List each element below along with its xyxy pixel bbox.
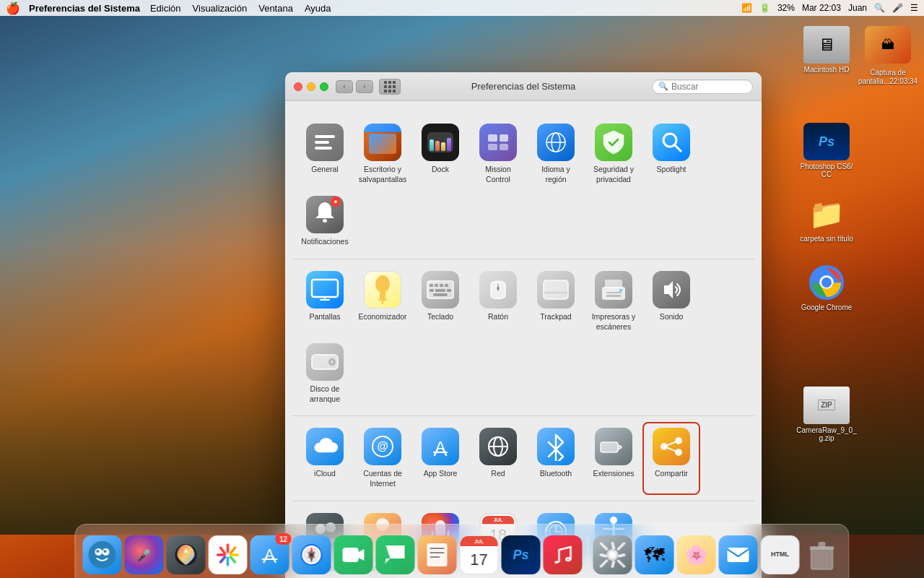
pref-dock[interactable]: Dock: [411, 118, 469, 190]
svg-point-4: [821, 277, 832, 288]
menu-edicion[interactable]: Edición: [150, 3, 181, 14]
dock-music[interactable]: [544, 535, 583, 574]
dock-finder[interactable]: [83, 535, 122, 574]
svg-rect-39: [606, 292, 621, 293]
dock-html[interactable]: HTML: [761, 535, 800, 574]
pref-bluetooth[interactable]: Bluetooth: [527, 422, 585, 494]
dock-launchpad[interactable]: [167, 535, 206, 574]
dock-safari[interactable]: [292, 535, 331, 574]
dock-photos2[interactable]: 🌸: [677, 535, 716, 574]
pref-red-label: Red: [491, 469, 505, 479]
menu-ayuda[interactable]: Ayuda: [305, 3, 331, 14]
desktop-icon-photoshop[interactable]: Ps Photoshop CS6/CC: [798, 123, 855, 178]
pref-appstore[interactable]: A App Store: [411, 422, 469, 494]
dock-calendar[interactable]: JUL 17: [460, 535, 499, 574]
pref-appstore-label: App Store: [424, 469, 458, 479]
pref-compartir[interactable]: Compartir: [642, 422, 700, 494]
pref-sonido-label: Sonido: [660, 312, 684, 322]
pref-impresoras-label: Impresoras y escáneres: [588, 312, 639, 332]
pref-icloud[interactable]: iCloud: [296, 422, 354, 494]
menubar: 🍎 Preferencias del Sistema Edición Visua…: [0, 0, 924, 16]
dock-siri[interactable]: 🎤: [125, 535, 164, 574]
pref-trackpad[interactable]: Trackpad: [527, 265, 585, 337]
pref-trackpad-label: Trackpad: [540, 312, 571, 322]
search-menubar-icon[interactable]: 🔍: [874, 3, 885, 13]
desktop-icon-carpeta[interactable]: 📁 carpeta sin título: [798, 195, 855, 243]
maximize-button[interactable]: [320, 82, 328, 91]
svg-rect-118: [728, 548, 749, 562]
close-button[interactable]: [294, 82, 302, 91]
pref-raton[interactable]: Ratón: [469, 265, 527, 337]
clock: Mar 22:03: [802, 3, 841, 13]
pref-cuentas-label: Cuentas de Internet: [357, 469, 408, 488]
app-name-menu[interactable]: Preferencias del Sistema: [29, 3, 140, 14]
desktop: 🍎 Preferencias del Sistema Edición Visua…: [0, 0, 924, 578]
search-box[interactable]: 🔍: [652, 79, 753, 94]
pref-mission[interactable]: Mission Control: [469, 118, 527, 190]
desktop-icon-chrome[interactable]: Google Chrome: [798, 264, 855, 311]
control-center-icon[interactable]: ☰: [910, 3, 918, 13]
nav-buttons: ‹ ›: [336, 80, 373, 93]
svg-point-83: [104, 550, 107, 553]
siri-menubar-icon[interactable]: 🎤: [892, 3, 903, 13]
svg-rect-27: [445, 284, 448, 287]
pref-notificaciones[interactable]: ● Notificaciones: [296, 190, 354, 253]
pref-cuentas[interactable]: @ Cuentas de Internet: [354, 422, 411, 494]
dock-maps[interactable]: 🗺: [635, 535, 674, 574]
desktop-icon-macintosh-label: Macintosh HD: [804, 66, 850, 74]
dock-divider: [588, 537, 588, 569]
dock-mail[interactable]: [719, 535, 758, 574]
dock-trash[interactable]: [803, 535, 842, 574]
forward-button[interactable]: ›: [356, 80, 373, 93]
svg-line-115: [619, 543, 624, 549]
svg-line-90: [231, 557, 235, 562]
svg-rect-25: [435, 284, 438, 287]
pref-red[interactable]: Red: [469, 422, 527, 494]
pref-bluetooth-label: Bluetooth: [540, 469, 572, 479]
section-hardware: Pantallas Economizador Teclado: [292, 259, 754, 417]
dock-sysprefs[interactable]: [593, 535, 632, 574]
menu-visualizacion[interactable]: Visualización: [193, 3, 248, 14]
apple-menu[interactable]: 🍎: [6, 1, 20, 15]
desktop-icon-captura[interactable]: 🏔 Captura depantalla...22:03:34: [859, 26, 917, 86]
pref-teclado[interactable]: Teclado: [411, 265, 469, 337]
back-button[interactable]: ‹: [336, 80, 353, 93]
minimize-button[interactable]: [307, 82, 315, 91]
menu-ventana[interactable]: Ventana: [258, 3, 293, 14]
desktop-icon-zip-label: CameraRaw_9_0_g.zip: [796, 426, 856, 442]
pref-idioma[interactable]: Idioma y región: [527, 118, 585, 190]
dock-appstore[interactable]: A: [250, 535, 289, 574]
pref-seguridad[interactable]: Seguridad y privacidad: [585, 118, 642, 190]
svg-point-19: [375, 275, 390, 293]
search-input[interactable]: [671, 82, 746, 92]
pref-sonido[interactable]: Sonido: [642, 265, 700, 337]
sysprefs-window: ‹ › Preferencias del Sistema 🔍: [285, 72, 762, 578]
pref-spotlight[interactable]: Spotlight: [642, 118, 700, 190]
dock-messages[interactable]: [376, 535, 415, 574]
svg-rect-121: [819, 542, 826, 548]
dock-facetime[interactable]: [334, 535, 373, 574]
dock-photos[interactable]: [209, 535, 248, 574]
svg-line-92: [221, 557, 225, 562]
dock-photoshop[interactable]: Ps: [502, 535, 541, 574]
pref-pantallas-label: Pantallas: [309, 312, 340, 322]
svg-rect-29: [435, 289, 445, 292]
dock-notes[interactable]: [418, 535, 457, 574]
pref-extensiones[interactable]: Extensiones: [585, 422, 642, 494]
grid-view-button[interactable]: [379, 79, 401, 95]
desktop-icon-macintosh[interactable]: 🖥 Macintosh HD: [798, 26, 855, 74]
svg-rect-14: [323, 219, 327, 223]
svg-rect-107: [427, 543, 448, 566]
pref-disco[interactable]: Disco de arranque: [296, 337, 354, 410]
pref-economizador[interactable]: Economizador: [354, 265, 411, 337]
pref-pantallas[interactable]: Pantallas: [296, 265, 354, 337]
pref-impresoras[interactable]: Impresoras y escáneres: [585, 265, 642, 337]
desktop-icon-zip[interactable]: ZIP CameraRaw_9_0_g.zip: [798, 387, 855, 442]
pref-general[interactable]: General: [296, 118, 354, 190]
window-title: Preferencias del Sistema: [471, 81, 576, 92]
svg-text:@: @: [377, 440, 388, 452]
section-personal: General Escritorio y salvapantallas: [292, 112, 754, 259]
pref-general-label: General: [311, 165, 338, 175]
pref-escritorio[interactable]: Escritorio y salvapantallas: [354, 118, 411, 190]
svg-rect-24: [430, 284, 433, 287]
